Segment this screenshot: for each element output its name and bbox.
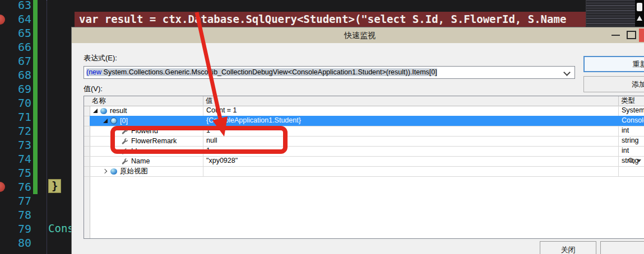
line-number: 75 <box>0 166 31 180</box>
scrollbar-thumb-icon[interactable] <box>637 3 642 11</box>
scroll-arrow-icon[interactable] <box>637 16 642 21</box>
row-type: int <box>618 126 644 136</box>
line-number: 78 <box>0 208 31 222</box>
property-wrench-icon <box>121 138 128 145</box>
line-number: 72 <box>0 124 31 138</box>
partial-code-line[interactable]: Cons <box>48 222 74 234</box>
expression-combobox[interactable]: (new System.Collections.Generic.Mscorlib… <box>84 66 575 79</box>
row-name: [0] <box>120 117 128 125</box>
property-wrench-icon <box>121 148 128 155</box>
change-tracking-bar <box>33 0 38 194</box>
table-header[interactable]: 名称 值 类型 <box>84 96 644 106</box>
reevaluate-button[interactable]: 重新计算(R) <box>583 56 644 72</box>
column-header-value[interactable]: 值 <box>206 96 213 106</box>
row-value[interactable]: Count = 1 <box>203 106 618 116</box>
expander-expanded-icon[interactable] <box>103 119 108 123</box>
row-type: string <box>618 136 644 146</box>
column-header-type[interactable]: 类型 <box>621 96 635 106</box>
row-value[interactable] <box>203 166 618 176</box>
line-number: 79 <box>0 222 31 236</box>
table-row[interactable]: Id 1 int <box>84 146 644 157</box>
row-value[interactable]: {ConsoleApplication1.Student} <box>203 116 618 126</box>
property-wrench-icon <box>121 158 128 165</box>
line-number: 71 <box>0 110 31 124</box>
line-number: 63 <box>0 0 31 12</box>
collection-icon <box>110 168 117 175</box>
line-number: 67 <box>0 54 31 68</box>
expression-label: 表达式(E): <box>84 53 117 63</box>
line-number: 70 <box>0 96 31 110</box>
row-name: 原始视图 <box>120 167 148 176</box>
line-number: 80 <box>0 236 31 250</box>
column-divider[interactable] <box>203 96 203 106</box>
line-number: 77 <box>0 194 31 208</box>
maximize-icon[interactable] <box>627 31 636 39</box>
row-type <box>618 166 644 176</box>
quickwatch-dialog: 快速监视 表达式(E): (new System.Collections.Gen… <box>71 27 644 254</box>
watch-table: 名称 值 类型 result Count = 1 System. [0] {Co… <box>84 96 644 239</box>
table-row[interactable]: FlowerId 1 int <box>84 126 644 137</box>
row-type: int <box>618 146 644 156</box>
expander-collapsed-icon[interactable] <box>103 169 107 173</box>
expander-expanded-icon[interactable] <box>93 109 98 113</box>
row-value[interactable]: null <box>203 136 618 146</box>
row-type: System. <box>618 106 644 116</box>
minimize-icon[interactable] <box>611 35 620 36</box>
matched-brace[interactable]: } <box>48 179 61 193</box>
dialog-titlebar[interactable]: 快速监视 <box>72 27 644 43</box>
close-button[interactable]: 关闭 <box>540 241 596 254</box>
line-number: 73 <box>0 138 31 152</box>
row-name: FlowerRemark <box>131 137 177 145</box>
line-number: 69 <box>0 82 31 96</box>
intellisense-minimap[interactable] <box>586 0 636 26</box>
table-row[interactable]: Name "xpy0928" string <box>84 156 644 167</box>
property-wrench-icon <box>121 128 128 135</box>
caret-down-icon[interactable] <box>637 159 641 162</box>
column-header-name[interactable]: 名称 <box>92 96 106 106</box>
line-number: 66 <box>0 40 31 54</box>
table-row[interactable]: FlowerRemark null string <box>84 136 644 147</box>
column-divider[interactable] <box>618 96 619 106</box>
collection-icon <box>100 108 107 114</box>
table-row-selected[interactable]: [0] {ConsoleApplication1.Student} Consol… <box>84 116 644 126</box>
expression-text: (new System.Collections.Generic.Mscorlib… <box>86 68 437 76</box>
row-name: Name <box>131 157 150 165</box>
row-value[interactable]: "xpy0928" <box>203 156 618 166</box>
close-icon[interactable] <box>639 29 644 42</box>
row-name: result <box>110 107 127 115</box>
line-number: 65 <box>0 26 31 40</box>
object-icon <box>110 117 117 124</box>
editor-scrollbar-strip[interactable] <box>635 0 644 26</box>
line-number: 74 <box>0 152 31 166</box>
chevron-down-icon[interactable] <box>563 69 571 76</box>
line-number-gutter[interactable]: 636465666768697071727374757677787980 <box>0 0 31 250</box>
row-name: FlowerId <box>131 127 158 135</box>
row-type: Console <box>618 116 644 126</box>
highlighted-code-line[interactable]: var result = ctx.Database.SqlQuery<Stude… <box>75 12 586 27</box>
row-value[interactable]: 1 <box>203 126 618 136</box>
text-visualizer-magnifier[interactable] <box>628 157 641 164</box>
row-value[interactable]: 1 <box>203 146 618 156</box>
line-number: 68 <box>0 68 31 82</box>
value-label: 值(V): <box>84 84 103 94</box>
add-watch-button[interactable]: 添加监视(W) <box>583 76 644 92</box>
table-row[interactable]: result Count = 1 System. <box>84 106 644 116</box>
help-button[interactable]: 帮助 <box>600 241 644 254</box>
table-row[interactable]: 原始视图 <box>84 166 644 177</box>
indent-guide <box>47 0 47 254</box>
dialog-title: 快速监视 <box>72 27 644 43</box>
row-name: Id <box>131 147 137 155</box>
